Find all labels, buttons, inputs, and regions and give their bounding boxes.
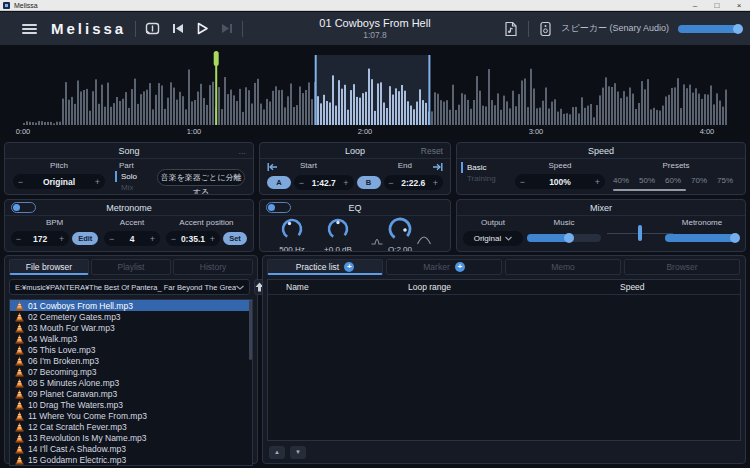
speed-decrease-button[interactable]: − <box>515 177 530 187</box>
tab-practice-list[interactable]: Practice list+ <box>267 259 383 275</box>
file-item[interactable]: 13 Revolution Is My Name.mp3 <box>10 432 252 443</box>
speed-preset-60[interactable]: 60% <box>665 176 681 185</box>
practice-panel: Practice list+Marker+MemoBrowser NameLoo… <box>262 255 746 464</box>
file-item[interactable]: 02 Cemetery Gates.mp3 <box>10 311 252 322</box>
jump-to-end-icon[interactable] <box>432 157 443 175</box>
file-item[interactable]: 01 Cowboys From Hell.mp3 <box>10 300 252 311</box>
file-item[interactable]: 11 Where You Come From.mp3 <box>10 410 252 421</box>
pitch-increase-button[interactable]: + <box>90 177 105 187</box>
separate-stems-button[interactable]: 音楽を楽器ごとに分離する <box>157 169 245 186</box>
loop-b-button[interactable]: B <box>357 176 381 189</box>
speed-preset-70[interactable]: 70% <box>691 176 707 185</box>
bpm-increase-button[interactable]: + <box>54 234 69 244</box>
loop-toggle-icon[interactable] <box>145 22 160 35</box>
metronome-volume-slider[interactable] <box>665 234 739 242</box>
tab-marker[interactable]: Marker+ <box>386 259 502 275</box>
file-item[interactable]: 06 I'm Broken.mp3 <box>10 355 252 366</box>
eq-frequency-knob[interactable] <box>279 217 305 245</box>
pitch-decrease-button[interactable]: − <box>13 177 28 187</box>
file-item[interactable]: 03 Mouth For War.mp3 <box>10 322 252 333</box>
speed-mode-basic[interactable]: Basic <box>461 162 515 173</box>
part-option-mix[interactable]: Mix <box>115 182 147 193</box>
music-volume-knob[interactable] <box>564 233 574 243</box>
skip-back-icon[interactable] <box>172 23 184 34</box>
song-menu-button[interactable]: ... <box>238 143 246 159</box>
volume-knob[interactable] <box>733 24 743 34</box>
minimize-button[interactable]: – <box>684 0 706 11</box>
balance-control[interactable] <box>607 218 673 248</box>
bpm-decrease-button[interactable]: − <box>11 234 26 244</box>
waveform-display[interactable]: 0:001:002:003:004:00 <box>0 45 750 140</box>
accent-decrease-button[interactable]: − <box>104 234 119 244</box>
tab-browser[interactable]: Browser <box>624 259 740 275</box>
play-icon[interactable] <box>196 22 209 35</box>
move-up-button[interactable]: ▲ <box>269 446 285 459</box>
vlc-cone-icon <box>15 312 24 322</box>
speed-preset-50[interactable]: 50% <box>639 176 655 185</box>
speed-mode-training[interactable]: Training <box>461 173 515 184</box>
speaker-icon[interactable] <box>539 21 552 37</box>
close-button[interactable]: × <box>728 0 750 11</box>
loop-start-increase-button[interactable]: + <box>339 178 354 188</box>
volume-slider[interactable] <box>678 25 742 33</box>
speed-preset-40[interactable]: 40% <box>613 176 629 185</box>
metronome-toggle[interactable] <box>11 202 36 213</box>
column-header-name: Name <box>286 282 309 292</box>
path-dropdown[interactable]: E:¥music¥PANTERA¥The Best Of Pantera_ Fa… <box>9 279 250 295</box>
open-file-icon[interactable] <box>503 21 518 37</box>
eq-gain-knob[interactable] <box>324 217 352 245</box>
file-list-scrollbar[interactable] <box>249 300 252 360</box>
loop-start-decrease-button[interactable]: − <box>294 178 309 188</box>
file-item[interactable]: 10 Drag The Waters.mp3 <box>10 399 252 410</box>
accent-increase-button[interactable]: + <box>145 234 160 244</box>
file-item[interactable]: 12 Cat Scratch Fever.mp3 <box>10 421 252 432</box>
file-item[interactable]: 05 This Love.mp3 <box>10 344 252 355</box>
output-device-label[interactable]: スピーカー (Senary Audio) <box>561 22 669 35</box>
music-volume-slider[interactable] <box>527 234 601 242</box>
music-volume-label: Music <box>527 218 601 228</box>
accent-position-increase-button[interactable]: + <box>205 234 220 244</box>
loop-end-increase-button[interactable]: + <box>428 178 443 188</box>
speed-stepper: − 100% + <box>515 174 605 189</box>
metronome-volume-label: Metronome <box>665 218 739 228</box>
file-item[interactable]: 14 I'll Cast A Shadow.mp3 <box>10 443 252 454</box>
accent-position-decrease-button[interactable]: − <box>166 234 181 244</box>
current-path: E:¥music¥PANTERA¥The Best Of Pantera_ Fa… <box>15 283 236 292</box>
app-logo: Melissa <box>51 20 126 37</box>
tab-file-browser[interactable]: File browser <box>9 259 89 275</box>
menu-icon[interactable] <box>22 22 37 36</box>
file-item[interactable]: 15 Goddamn Electric.mp3 <box>10 454 252 465</box>
file-browser-tabs: File browserPlaylistHistory <box>5 256 257 275</box>
presets-scroll-indicator[interactable] <box>613 189 686 191</box>
speed-panel: Speed Basic Training Speed − 100% + Pres… <box>456 142 746 195</box>
skip-forward-icon[interactable] <box>221 23 233 34</box>
add-icon[interactable]: + <box>455 262 465 272</box>
eq-toggle[interactable] <box>266 202 291 213</box>
part-option-solo[interactable]: Solo <box>115 171 147 182</box>
tab-memo[interactable]: Memo <box>505 259 621 275</box>
tab-history[interactable]: History <box>173 259 253 275</box>
bpm-edit-button[interactable]: Edit <box>72 232 98 245</box>
tab-playlist[interactable]: Playlist <box>91 259 171 275</box>
file-item[interactable]: 08 5 Minutes Alone.mp3 <box>10 377 252 388</box>
eq-q-knob[interactable] <box>386 217 414 245</box>
file-item[interactable]: 09 Planet Caravan.mp3 <box>10 388 252 399</box>
loop-a-button[interactable]: A <box>267 176 291 189</box>
maximize-button[interactable]: □ <box>706 0 728 11</box>
move-down-button[interactable]: ▼ <box>290 446 306 459</box>
window-title: Melissa <box>14 2 38 9</box>
add-icon[interactable]: + <box>344 262 354 272</box>
tab-label: Browser <box>666 262 697 272</box>
speed-preset-75[interactable]: 75% <box>717 176 733 185</box>
output-dropdown[interactable]: Original <box>463 231 523 246</box>
file-item[interactable]: 07 Becoming.mp3 <box>10 366 252 377</box>
loop-end-decrease-button[interactable]: − <box>384 178 399 188</box>
window-titlebar: Melissa – □ × <box>0 0 750 11</box>
column-header-loop-range: Loop range <box>408 282 451 292</box>
accent-position-set-button[interactable]: Set <box>223 232 247 245</box>
balance-handle[interactable] <box>638 225 642 241</box>
file-item[interactable]: 04 Walk.mp3 <box>10 333 252 344</box>
metronome-volume-knob[interactable] <box>730 233 740 243</box>
jump-to-start-icon[interactable] <box>267 157 278 175</box>
speed-increase-button[interactable]: + <box>590 177 605 187</box>
